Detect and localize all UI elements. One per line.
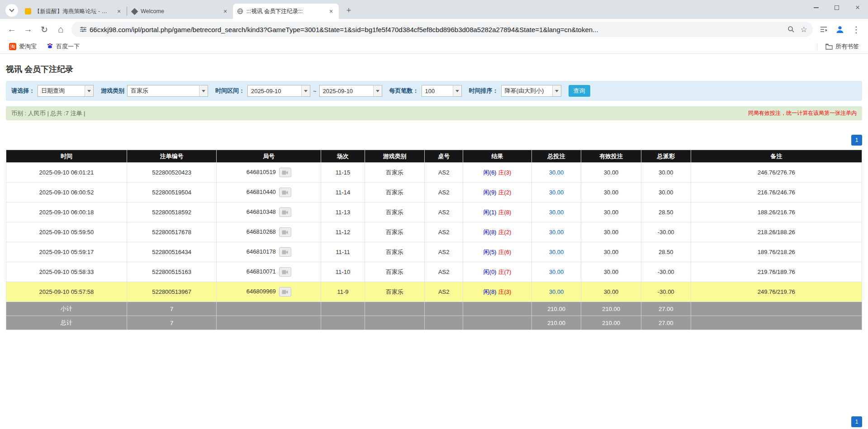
menu-button[interactable]: ⋮ xyxy=(848,21,864,38)
video-camera-icon xyxy=(282,290,288,294)
url-text[interactable]: 66cxkj98.com/ipl/portal.php/game/betreco… xyxy=(90,26,785,33)
query-type-input[interactable] xyxy=(38,85,85,96)
cell-valid-bet: 30.00 xyxy=(581,222,641,242)
bookmark-star-button[interactable]: ☆ xyxy=(797,23,810,36)
forum-tab-favicon xyxy=(25,8,31,14)
video-replay-button[interactable] xyxy=(279,247,291,257)
filter-label-page-size: 每页笔数： xyxy=(389,87,419,95)
cell-time: 2025-09-10 05:59:17 xyxy=(6,242,127,262)
browser-tab-welcome[interactable]: Welcome × xyxy=(127,4,233,19)
cell-time: 2025-09-10 06:01:21 xyxy=(6,163,127,183)
date-from-input[interactable] xyxy=(248,85,301,96)
zoom-button[interactable] xyxy=(785,23,797,36)
magnifier-icon xyxy=(787,26,795,33)
table-row: 2025-09-10 05:57:58 522800513967 6468099… xyxy=(6,282,862,302)
video-replay-button[interactable] xyxy=(279,227,291,237)
date-to-input[interactable] xyxy=(320,85,373,96)
game-type-input[interactable] xyxy=(128,85,199,96)
window-close-button[interactable]: × xyxy=(847,0,868,15)
page-button-1[interactable]: 1 xyxy=(851,135,862,146)
total-bet-link[interactable]: 30.00 xyxy=(549,249,564,255)
home-button[interactable]: ⌂ xyxy=(52,21,69,38)
table-row: 2025-09-10 05:58:33 522800515163 6468100… xyxy=(6,262,862,282)
total-bet-link[interactable]: 30.00 xyxy=(549,229,564,236)
tab-close-button[interactable]: × xyxy=(327,7,335,15)
cell-result: 闲(6)庄(3) xyxy=(463,163,531,183)
cell-total-bet: 30.00 xyxy=(531,183,581,203)
baidu-paw-icon xyxy=(47,42,53,51)
window-minimize-button[interactable] xyxy=(806,0,826,15)
video-replay-button[interactable] xyxy=(279,267,291,277)
query-type-combo xyxy=(38,85,94,97)
result-banker: 庄(7) xyxy=(498,269,511,275)
tab-search-button[interactable] xyxy=(5,4,18,17)
video-replay-button[interactable] xyxy=(279,188,291,197)
page-title: 视讯 会员下注纪录 xyxy=(6,64,862,75)
cell-valid-bet: 30.00 xyxy=(581,262,641,282)
cell-time: 2025-09-10 06:00:18 xyxy=(6,203,127,222)
cell-total-bet: 30.00 xyxy=(531,163,581,183)
profile-button[interactable] xyxy=(832,21,848,38)
window-maximize-button[interactable] xyxy=(826,0,847,15)
welcome-tab-favicon xyxy=(131,8,138,15)
result-player: 闲(9) xyxy=(484,189,497,196)
cell-total-bet: 30.00 xyxy=(531,262,581,282)
tune-icon xyxy=(77,23,90,36)
total-bet-link[interactable]: 30.00 xyxy=(549,269,564,275)
total-bet-link[interactable]: 30.00 xyxy=(549,288,564,295)
back-button[interactable]: ← xyxy=(4,21,20,38)
pagination-bottom: 1 xyxy=(851,416,862,427)
browser-tab-forum[interactable]: 【新提醒】海燕策略论坛 - 综合 × xyxy=(21,4,127,19)
search-button[interactable]: 查询 xyxy=(569,85,590,97)
total-bet-link[interactable]: 30.00 xyxy=(549,169,564,176)
game-type-dropdown-button[interactable] xyxy=(199,85,208,96)
bookmark-item-baidu[interactable]: 百度一下 xyxy=(44,41,82,52)
cell-game-type: 百家乐 xyxy=(365,183,424,203)
cell-game-type: 百家乐 xyxy=(365,282,424,302)
cell-game-type: 百家乐 xyxy=(365,203,424,222)
minimize-icon xyxy=(814,7,819,8)
total-bet-link[interactable]: 30.00 xyxy=(549,209,564,216)
cell-time: 2025-09-10 05:59:50 xyxy=(6,222,127,242)
cell-table-no: AS2 xyxy=(425,282,463,302)
cell-session: 11-9 xyxy=(321,282,365,302)
bookmark-item-taobao[interactable]: 淘 爱淘宝 xyxy=(6,41,39,52)
total-row: 总计 7 210.00 210.00 27.00 xyxy=(6,316,862,330)
video-replay-button[interactable] xyxy=(279,168,291,177)
filter-label-date-range: 时间区间： xyxy=(215,87,245,95)
forward-button[interactable]: → xyxy=(20,21,36,38)
header-time: 时间 xyxy=(6,150,127,163)
table-row: 2025-09-10 05:59:17 522800516434 6468101… xyxy=(6,242,862,262)
result-banker: 庄(6) xyxy=(498,249,511,255)
page-size-input[interactable] xyxy=(422,85,453,96)
address-bar[interactable]: 66cxkj98.com/ipl/portal.php/game/betreco… xyxy=(71,22,813,37)
total-bet-link[interactable]: 30.00 xyxy=(549,189,564,196)
media-controls-button[interactable] xyxy=(816,21,832,38)
video-camera-icon xyxy=(282,250,288,255)
date-to-dropdown-button[interactable] xyxy=(373,85,382,96)
browser-tab-betrecord[interactable]: :::视讯 会员下注纪录::: × xyxy=(233,4,339,19)
cell-session: 11-10 xyxy=(321,262,365,282)
query-type-dropdown-button[interactable] xyxy=(85,85,93,96)
cell-payout: 30.00 xyxy=(641,163,691,183)
video-replay-button[interactable] xyxy=(279,287,291,297)
sort-order-input[interactable] xyxy=(502,85,552,96)
refresh-button[interactable]: ↻ xyxy=(36,21,52,38)
all-bookmarks-button[interactable]: 所有书签 xyxy=(823,41,862,52)
cell-bet-id: 522800520423 xyxy=(127,163,217,183)
date-from-dropdown-button[interactable] xyxy=(301,85,310,96)
total-payout: 27.00 xyxy=(641,316,691,330)
tab-close-button[interactable]: × xyxy=(221,7,229,15)
page-button-1[interactable]: 1 xyxy=(851,416,862,427)
cell-round: 646810519 xyxy=(217,163,321,183)
bookmarks-bar: 淘 爱淘宝 百度一下 所有书签 xyxy=(0,40,868,54)
forward-icon: → xyxy=(24,24,33,34)
page-size-dropdown-button[interactable] xyxy=(453,85,461,96)
sort-order-dropdown-button[interactable] xyxy=(552,85,561,96)
home-icon: ⌂ xyxy=(58,24,64,35)
video-replay-button[interactable] xyxy=(279,207,291,217)
tab-close-button[interactable]: × xyxy=(115,7,123,15)
profile-icon xyxy=(835,24,845,34)
dropdown-arrow-icon xyxy=(376,90,379,94)
new-tab-button[interactable]: + xyxy=(342,4,355,17)
